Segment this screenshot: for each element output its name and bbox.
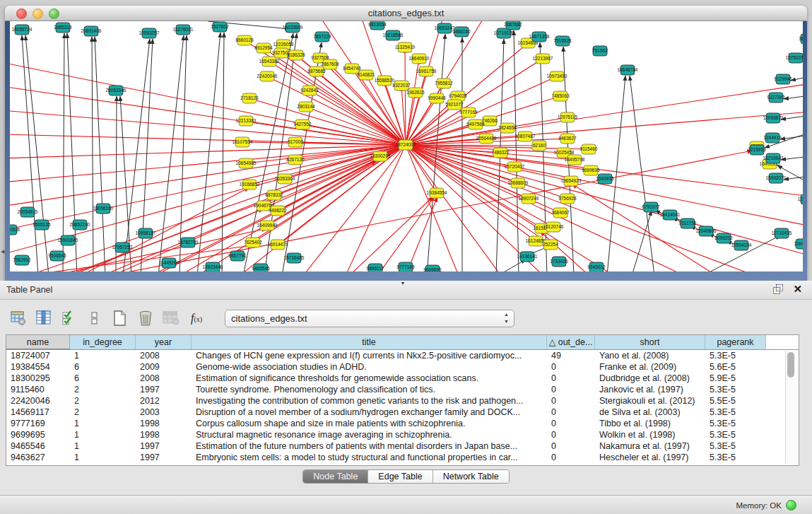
graph-node[interactable]: 18300295 [370, 151, 391, 161]
graph-node[interactable]: 9498222 [269, 206, 287, 216]
graph-node[interactable]: 1733426 [550, 257, 568, 267]
graph-node[interactable]: 6497568 [466, 119, 485, 129]
graph-node[interactable]: 8878332 [265, 190, 283, 200]
graph-node[interactable]: 9506545 [48, 251, 66, 261]
table-settings-button[interactable] [8, 308, 28, 329]
graph-node[interactable]: 16782759 [178, 238, 199, 247]
table-row[interactable]: 1456911722003Disruption of a novel membe… [6, 407, 799, 418]
table-row[interactable]: 1872400712008Changes of HCN gene express… [6, 350, 799, 361]
graph-node[interactable]: 9465546 [252, 264, 270, 271]
table-scrollbar[interactable] [785, 351, 796, 464]
graph-node[interactable]: 16914479 [268, 240, 288, 250]
graph-node[interactable]: 20564486 [476, 134, 497, 144]
apply-selection-button[interactable] [59, 308, 79, 329]
graph-node[interactable]: 12213383 [236, 116, 257, 126]
graph-node[interactable]: 3684067 [551, 208, 570, 218]
table-row[interactable]: 911546021997Tourette syndrome. Phenomeno… [6, 384, 799, 395]
graph-node[interactable]: 9777169 [459, 107, 478, 117]
graph-node[interactable]: 11449264 [159, 258, 180, 268]
graph-node[interactable]: 18414041 [660, 210, 681, 220]
graph-node[interactable]: 16543382 [259, 57, 280, 66]
select-column-button[interactable] [34, 308, 54, 329]
function-builder-button[interactable]: f(x) [187, 308, 206, 329]
graph-node[interactable]: 7857224 [313, 32, 331, 42]
memory-ok-icon[interactable] [786, 500, 796, 510]
graph-node[interactable]: 9696117 [367, 264, 384, 271]
close-panel-icon[interactable]: ✕ [793, 284, 802, 294]
graph-node[interactable]: 18056160 [93, 204, 114, 214]
graph-node[interactable]: 8186328 [287, 50, 305, 60]
graph-node[interactable]: 2687682 [504, 21, 522, 30]
graph-node[interactable]: 2718126 [240, 93, 259, 103]
graph-node[interactable]: 9857791 [228, 251, 247, 261]
new-table-button[interactable] [110, 308, 130, 329]
graph-node[interactable]: 12504104 [731, 240, 752, 250]
graph-node[interactable]: 10688609 [508, 178, 529, 188]
graph-node[interactable]: 10973493 [547, 71, 567, 81]
column-header-year[interactable]: year [136, 335, 192, 349]
tab-network-table[interactable]: Network Table [433, 470, 509, 483]
graph-node[interactable]: 9227343 [767, 93, 785, 103]
graph-node[interactable]: 7515528 [553, 36, 572, 46]
graph-node[interactable]: 11325419 [395, 42, 416, 52]
graph-node[interactable]: 12923446 [203, 262, 223, 271]
graph-node[interactable]: 3813054 [799, 34, 803, 44]
graph-node[interactable]: 7955812 [435, 78, 453, 88]
graph-node[interactable]: 20054815 [18, 207, 38, 217]
graph-node[interactable]: 7562902 [13, 255, 31, 265]
graph-node[interactable]: 2803144 [297, 102, 315, 112]
clear-selection-button[interactable] [85, 308, 105, 329]
column-header-in_degree[interactable]: in_degree [70, 335, 136, 349]
column-header-out_degree[interactable]: △ out_de... [547, 335, 595, 349]
graph-node[interactable]: 7486322 [491, 148, 510, 158]
table-row[interactable]: 969969511998Structural magnetic resonanc… [6, 429, 799, 440]
table-row[interactable]: 1830029562008Estimation of significance … [6, 373, 799, 384]
scrollbar-thumb[interactable] [787, 352, 794, 378]
graph-node[interactable]: 19166852 [240, 180, 260, 189]
column-header-pagerank[interactable]: pagerank [705, 335, 766, 349]
graph-node[interactable]: 9990448 [428, 93, 446, 103]
graph-node[interactable]: 10958187 [136, 228, 156, 238]
column-header-short[interactable]: short [595, 335, 705, 349]
tab-node-table[interactable]: Node Table [303, 470, 368, 483]
graph-node[interactable]: 8267130 [286, 155, 305, 165]
graph-node[interactable]: 8813054 [368, 21, 387, 30]
graph-node[interactable]: 6791977 [642, 202, 660, 212]
graph-node[interactable]: 16961758 [416, 66, 437, 76]
graph-node[interactable]: 1244419 [763, 133, 782, 143]
table-row[interactable]: 2242004622012Investigating the contribut… [6, 395, 799, 407]
graph-node[interactable]: 2085319 [54, 23, 72, 33]
graph-node[interactable]: 751552 [592, 46, 608, 56]
graph-node[interactable]: 6466160 [452, 27, 471, 37]
graph-node[interactable]: 9875685 [307, 66, 326, 76]
graph-node[interactable]: 9756928 [558, 194, 577, 204]
graph-node[interactable]: 18640910 [409, 54, 430, 64]
graph-node[interactable]: 12093872 [763, 113, 784, 123]
graph-node[interactable]: 20852190 [70, 220, 90, 230]
graph-node[interactable]: 9463627 [558, 134, 577, 144]
graph-node[interactable]: 12213967 [533, 54, 553, 64]
graph-node[interactable]: 10553257 [139, 28, 160, 38]
graph-node[interactable]: 12940806 [696, 226, 717, 236]
graph-node[interactable]: 1640935 [596, 174, 614, 184]
graph-node[interactable]: 9699695 [582, 165, 600, 175]
graph-node[interactable]: 917006 [288, 137, 303, 147]
citation-network-graph[interactable]: 1872400786601288912954122260589327503165… [10, 21, 803, 271]
graph-node[interactable]: 9505135 [33, 220, 51, 230]
graph-node[interactable]: 3215953 [748, 145, 766, 155]
graph-node[interactable]: 26260526 [10, 225, 20, 235]
column-header-title[interactable]: title [192, 335, 547, 349]
graph-node[interactable]: 10654985 [236, 158, 257, 168]
network-canvas[interactable]: 1872400786601288912954122260589327503165… [10, 21, 803, 271]
collapse-panel-arrow-icon[interactable]: ◀ [1, 249, 4, 255]
graph-node[interactable]: 1164518 [794, 239, 803, 249]
graph-node[interactable]: 16210643 [763, 153, 784, 163]
network-window-titlebar[interactable]: citations_edges.txt [5, 6, 807, 21]
graph-node[interactable]: 12975115 [558, 112, 578, 122]
graph-node[interactable]: 15901845 [58, 235, 78, 245]
graph-node[interactable]: 16648784 [618, 65, 638, 75]
table-row[interactable]: 1938455462009Genome-wide association stu… [6, 361, 799, 373]
graph-node[interactable]: 15716485 [284, 253, 305, 263]
delete-column-button[interactable] [136, 308, 155, 329]
float-panel-icon[interactable] [773, 284, 783, 294]
